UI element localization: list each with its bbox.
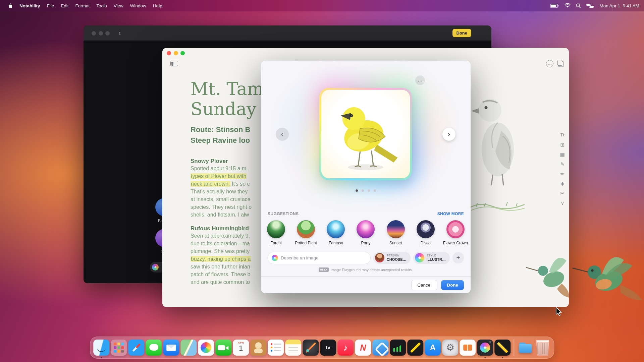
shape-tool-icon[interactable]: ◈ xyxy=(560,181,565,186)
style-picker-button[interactable]: STYLE ILLUSTR… xyxy=(413,252,450,264)
note-line: saw this one further inlan xyxy=(191,263,264,270)
control-center-icon[interactable] xyxy=(586,4,594,8)
suggestion-sunset[interactable]: Sunset xyxy=(387,220,405,245)
page-dot[interactable] xyxy=(368,189,370,192)
dock-mail[interactable] xyxy=(163,340,179,356)
pencil-tool-icon[interactable]: ✏ xyxy=(560,171,565,176)
suggestion-party[interactable]: Party xyxy=(357,220,375,245)
prompt-field[interactable] xyxy=(268,252,371,264)
suggestion-forest[interactable]: Forest xyxy=(267,220,285,245)
page-dot[interactable] xyxy=(362,189,364,192)
minimize-window-icon[interactable] xyxy=(99,31,103,36)
apple-menu-icon[interactable] xyxy=(5,3,16,9)
dock-trash[interactable] xyxy=(535,340,551,356)
dock-image-playground[interactable] xyxy=(477,340,493,356)
note-title: Mt. Tam Sunday xyxy=(191,79,264,119)
media-tool-icon[interactable]: ▦ xyxy=(560,152,565,157)
minimize-window-icon[interactable] xyxy=(174,51,178,55)
dock-photos[interactable] xyxy=(198,340,214,356)
close-window-icon[interactable] xyxy=(167,51,171,55)
person-picker-button[interactable]: PERSON CHOOSE… xyxy=(373,252,411,264)
dock-messages[interactable] xyxy=(146,340,162,356)
dock-notes[interactable] xyxy=(285,340,301,356)
text-tool-icon[interactable]: Tt xyxy=(560,132,565,137)
suggestion-potted-plant[interactable]: Potted Plant xyxy=(297,220,315,245)
traffic-lights xyxy=(167,51,185,55)
menu-edit[interactable]: Edit xyxy=(57,3,72,8)
add-concept-button[interactable]: + xyxy=(452,252,464,263)
pen-tool-icon[interactable]: ✎ xyxy=(560,162,565,167)
scissors-tool-icon[interactable]: ✂ xyxy=(560,191,565,196)
menu-clock[interactable]: Mon Apr 1 9:41 AM xyxy=(599,3,639,8)
menu-help[interactable]: Help xyxy=(150,3,166,8)
dock-app-store[interactable]: A xyxy=(425,340,441,356)
more-options-icon[interactable]: … xyxy=(546,60,553,67)
menu-view[interactable]: View xyxy=(110,3,127,8)
battery-icon[interactable] xyxy=(550,4,559,8)
dock-settings[interactable] xyxy=(442,340,458,356)
page-dot-active[interactable] xyxy=(356,189,358,192)
show-more-button[interactable]: SHOW MORE xyxy=(437,212,464,216)
dock-reminders[interactable] xyxy=(268,340,284,356)
beta-badge: BETA xyxy=(319,267,329,272)
image-playground-dialog: … ‹ › SUGGESTIONS SHOW MORE Forest Potte… xyxy=(261,61,471,293)
selection-tool-icon[interactable]: ⊞ xyxy=(560,142,565,147)
menu-tools[interactable]: Tools xyxy=(93,3,110,8)
previous-image-button[interactable]: ‹ xyxy=(276,128,289,141)
generated-bird-image xyxy=(321,90,410,178)
wifi-icon[interactable] xyxy=(565,3,571,8)
dock-pencil-app[interactable] xyxy=(407,340,423,356)
zoom-window-icon[interactable] xyxy=(105,31,110,36)
notability-titlebar[interactable] xyxy=(162,48,569,59)
menu-window[interactable]: Window xyxy=(127,3,150,8)
dock-garageband[interactable] xyxy=(303,340,319,356)
dock-shortcuts[interactable] xyxy=(372,340,388,356)
sunset-thumb-icon xyxy=(387,220,405,238)
note-line: Seen at approximately 9: xyxy=(191,232,264,240)
collapse-toolbar-icon[interactable]: ∨ xyxy=(560,200,564,205)
dark-window-titlebar[interactable]: ‹ Done xyxy=(84,25,491,41)
image-prompt-input[interactable] xyxy=(281,255,367,260)
suggestion-flower-crown[interactable]: Flower Crown xyxy=(446,220,465,245)
next-image-button[interactable]: › xyxy=(442,128,455,141)
suggestions-header: SUGGESTIONS SHOW MORE xyxy=(261,212,471,216)
hummingbird-sketch xyxy=(570,247,644,304)
menu-bar: Notability File Edit Format Tools View W… xyxy=(0,0,644,11)
image-more-options-button[interactable]: … xyxy=(415,75,425,85)
page-dot[interactable] xyxy=(374,189,376,192)
dock-downloads-folder[interactable] xyxy=(517,340,533,356)
dock-safari[interactable] xyxy=(128,340,144,356)
menu-file[interactable]: File xyxy=(44,3,58,8)
beta-disclaimer: BETA Image Playground may create unexpec… xyxy=(261,267,471,272)
menu-app-name[interactable]: Notability xyxy=(16,3,44,8)
dock-maps[interactable] xyxy=(180,340,197,356)
dock-books[interactable] xyxy=(460,340,476,356)
dock-stocks[interactable] xyxy=(390,340,406,356)
generated-image-card[interactable] xyxy=(319,88,412,180)
prompt-row: PERSON CHOOSE… STYLE ILLUSTR… + xyxy=(261,251,471,264)
note-line: patch of flowers. These b xyxy=(191,270,264,278)
zoom-window-icon[interactable] xyxy=(180,51,185,55)
note-line: shells, and flotsam. I alw xyxy=(191,211,264,219)
dock-finder[interactable] xyxy=(93,340,109,356)
dock-calendar[interactable]: APR 1 xyxy=(233,340,249,356)
dock-launchpad[interactable] xyxy=(111,340,127,356)
sidebar-toggle-icon[interactable] xyxy=(170,61,178,66)
close-window-icon[interactable] xyxy=(92,31,96,36)
done-button[interactable]: Done xyxy=(441,280,464,290)
cancel-button[interactable]: Cancel xyxy=(412,280,437,290)
suggestion-disco[interactable]: Disco xyxy=(417,220,435,245)
dock-news[interactable]: N xyxy=(355,340,371,356)
dark-window-done-button[interactable]: Done xyxy=(452,29,472,37)
dock-notability[interactable] xyxy=(494,340,511,356)
menu-format[interactable]: Format xyxy=(72,3,93,8)
dock-contacts[interactable] xyxy=(250,340,266,356)
dock-facetime[interactable] xyxy=(215,340,231,356)
page-manager-icon[interactable] xyxy=(557,60,562,66)
running-indicator xyxy=(502,357,503,358)
search-icon[interactable] xyxy=(576,3,581,8)
suggestion-fantasy[interactable]: Fantasy xyxy=(327,220,345,245)
dock-music[interactable] xyxy=(337,340,354,356)
dock-apple-tv[interactable]: tv xyxy=(320,340,336,356)
back-chevron-icon[interactable]: ‹ xyxy=(116,28,123,38)
